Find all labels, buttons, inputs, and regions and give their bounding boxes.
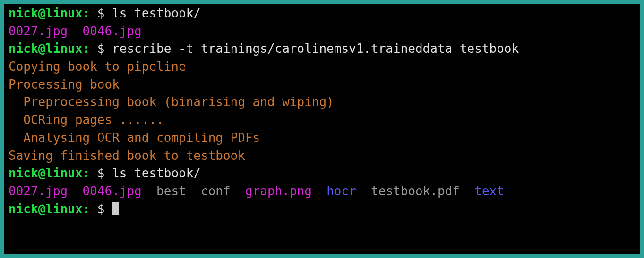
file-dir: text (474, 184, 504, 198)
output-line: 0027.jpg 0046.jpg (9, 23, 635, 41)
output-line: 0027.jpg 0046.jpg best conf graph.png ho… (9, 183, 635, 200)
prompt: nick@linux: (9, 166, 90, 180)
output-line: Saving finished book to testbook (9, 147, 635, 165)
file-dir: hocr (326, 184, 356, 198)
command-text: rescribe -t trainings/carolinemsv1.train… (112, 42, 519, 56)
terminal-window[interactable]: nick@linux: $ ls testbook/ 0027.jpg 0046… (4, 4, 640, 254)
command-text: ls testbook/ (112, 166, 201, 180)
output-line: Analysing OCR and compiling PDFs (9, 129, 635, 147)
cursor (112, 202, 119, 215)
prompt-symbol: $ (90, 42, 112, 56)
file-dir: best (156, 184, 186, 198)
command-text: ls testbook/ (112, 6, 201, 20)
prompt-symbol: $ (90, 6, 112, 20)
prompt: nick@linux: (9, 42, 90, 56)
file-jpg: 0027.jpg (9, 24, 68, 38)
output-line: Copying book to pipeline (9, 58, 635, 76)
prompt-symbol: $ (90, 202, 112, 216)
prompt-symbol: $ (90, 166, 112, 180)
file-jpg: 0046.jpg (83, 184, 142, 198)
file-jpg: 0027.jpg (9, 184, 68, 198)
command-line-current[interactable]: nick@linux: $ (9, 200, 635, 218)
command-line-1: nick@linux: $ ls testbook/ (9, 5, 635, 23)
output-line: Preprocessing book (binarising and wipin… (9, 93, 635, 111)
output-line: OCRing pages ...... (9, 111, 635, 129)
output-line: Processing book (9, 76, 635, 94)
prompt: nick@linux: (9, 6, 90, 20)
file-jpg: 0046.jpg (83, 24, 142, 38)
command-line-2: nick@linux: $ rescribe -t trainings/caro… (9, 40, 635, 58)
file-dir: conf (201, 184, 231, 198)
prompt: nick@linux: (9, 202, 90, 216)
command-line-3: nick@linux: $ ls testbook/ (9, 165, 635, 183)
file-png: graph.png (245, 184, 312, 198)
file-pdf: testbook.pdf (371, 184, 460, 198)
